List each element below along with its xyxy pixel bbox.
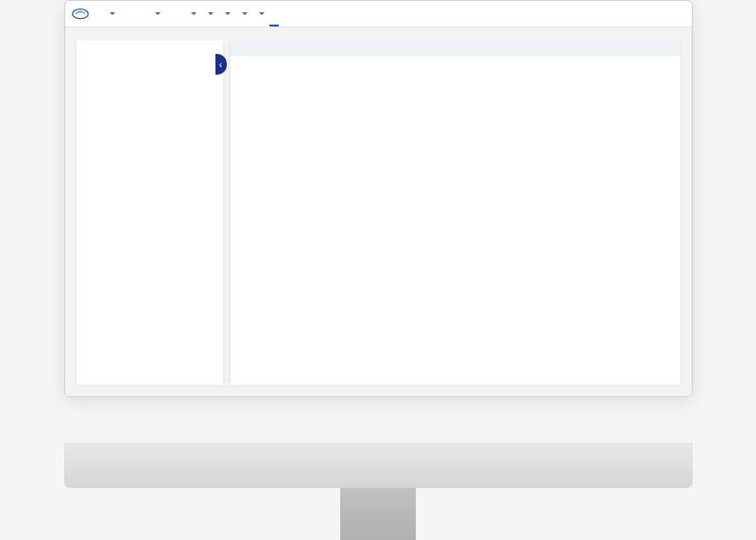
- nav-ops[interactable]: [252, 1, 269, 26]
- monitor-screen: ‹: [64, 0, 693, 397]
- nav-reports[interactable]: [269, 1, 279, 26]
- nav-project[interactable]: [139, 1, 148, 26]
- svg-point-0: [72, 9, 88, 18]
- chevron-down-icon: [259, 12, 265, 15]
- content-row: ‹: [65, 41, 692, 396]
- panel-header: [231, 41, 680, 56]
- chevron-down-icon: [208, 12, 214, 15]
- nav-scheduler[interactable]: [165, 1, 175, 26]
- nav-field-tickets[interactable]: [175, 1, 184, 26]
- chevron-down-icon: [225, 12, 231, 15]
- page-body: ‹: [65, 27, 692, 396]
- chevron-down-icon: [242, 12, 248, 15]
- nav-incident[interactable]: [120, 1, 129, 26]
- monitor-stand-neck: [340, 488, 416, 540]
- reports-sidebar: [77, 41, 223, 385]
- nav-home[interactable]: [94, 1, 103, 26]
- chevron-left-icon: ‹: [219, 60, 222, 70]
- page-title: [65, 27, 692, 41]
- chevron-down-icon: [110, 12, 115, 15]
- monitor-bezel: [64, 443, 693, 488]
- nav-customers[interactable]: [103, 1, 120, 26]
- nav-accounts[interactable]: [235, 1, 252, 26]
- nav-messages[interactable]: [279, 1, 288, 26]
- app-logo-icon: [71, 8, 90, 21]
- sidebar-collapse-handle[interactable]: ‹: [215, 54, 227, 75]
- top-nav: [65, 1, 692, 27]
- panel-body: [231, 56, 680, 385]
- nav-smart-contracts[interactable]: [184, 1, 201, 26]
- nav-proposal[interactable]: [129, 1, 139, 26]
- report-panel: [231, 41, 680, 385]
- chevron-down-icon: [191, 12, 197, 15]
- nav-assets[interactable]: [201, 1, 218, 26]
- nav-inventory[interactable]: [218, 1, 235, 26]
- nav-work-orders[interactable]: [148, 1, 165, 26]
- chevron-down-icon: [155, 12, 161, 15]
